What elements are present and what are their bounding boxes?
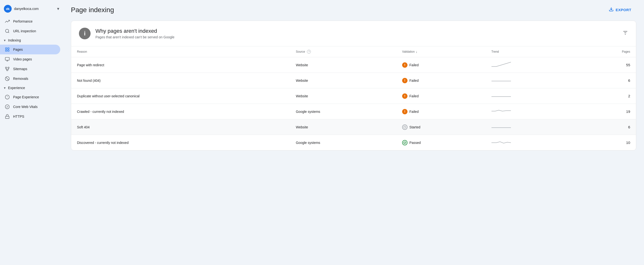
svg-rect-6 xyxy=(5,57,10,60)
experience-section-header[interactable]: ▾ Experience xyxy=(0,83,63,92)
export-label: EXPORT xyxy=(616,8,631,12)
validation-label: Failed xyxy=(410,94,419,98)
sidebar-item-performance[interactable]: Performance xyxy=(0,16,60,26)
sidebar-item-removals[interactable]: Removals xyxy=(0,74,60,83)
pages-count: 10 xyxy=(577,135,636,150)
svg-line-17 xyxy=(6,77,9,80)
table-row[interactable]: Page with redirect Website ! Failed 55 xyxy=(71,57,636,73)
card-header-text: Why pages aren't indexed Pages that aren… xyxy=(96,28,174,39)
validation-column-header: Validation ↓ xyxy=(396,46,486,57)
page-experience-icon xyxy=(5,95,10,99)
card-header: i Why pages aren't indexed Pages that ar… xyxy=(71,21,636,46)
sort-icon: ↓ xyxy=(416,50,418,54)
table-row[interactable]: Crawled - currently not indexed Google s… xyxy=(71,104,636,119)
trending-up-icon xyxy=(5,19,10,24)
trend-cell xyxy=(486,73,577,88)
search-icon xyxy=(5,29,10,33)
page-title: Page indexing xyxy=(71,6,114,14)
trend-cell xyxy=(486,135,577,150)
sidebar-item-label: Video pages xyxy=(13,57,32,61)
main-content: Page indexing EXPORT i Why pages aren't … xyxy=(63,0,644,265)
chevron-down-icon: ▾ xyxy=(4,86,6,90)
removals-icon xyxy=(5,76,10,81)
site-name: danyelkoca.com xyxy=(14,7,55,11)
validation-cell: Started xyxy=(396,119,486,135)
validation-cell: Passed xyxy=(396,135,486,150)
sidebar-item-label: HTTPS xyxy=(13,115,24,118)
page-header: Page indexing EXPORT xyxy=(71,5,636,15)
source-cell: Website xyxy=(290,57,396,73)
source-cell: Google systems xyxy=(290,104,396,119)
table-row[interactable]: Soft 404 Website Started 6 xyxy=(71,119,636,135)
export-button[interactable]: EXPORT xyxy=(604,5,636,15)
filter-icon[interactable] xyxy=(622,30,628,37)
sidebar: dk danyelkoca.com ▾ Performance URL insp… xyxy=(0,0,63,265)
sidebar-item-label: Core Web Vitals xyxy=(13,105,38,109)
pages-icon xyxy=(5,47,10,52)
sidebar-item-label: Page Experience xyxy=(13,95,39,99)
validation-cell: ! Failed xyxy=(396,88,486,104)
download-icon xyxy=(609,7,614,13)
source-help-icon[interactable]: ? xyxy=(307,50,311,54)
core-web-vitals-icon xyxy=(5,104,10,109)
card-subheading: Pages that aren't indexed can't be serve… xyxy=(96,35,174,39)
validation-label: Failed xyxy=(410,79,419,82)
reason-cell: Crawled - currently not indexed xyxy=(71,104,290,119)
sidebar-item-label: Performance xyxy=(13,19,32,23)
table-row[interactable]: Duplicate without user-selected canonica… xyxy=(71,88,636,104)
sitemaps-icon xyxy=(5,66,10,71)
table-row[interactable]: Not found (404) Website ! Failed 6 xyxy=(71,73,636,88)
source-cell: Website xyxy=(290,119,396,135)
validation-label: Failed xyxy=(410,110,419,114)
source-cell: Website xyxy=(290,73,396,88)
sidebar-item-sitemaps[interactable]: Sitemaps xyxy=(0,64,60,74)
video-pages-icon xyxy=(5,57,10,62)
svg-line-1 xyxy=(8,32,9,33)
sidebar-item-label: Sitemaps xyxy=(13,67,27,71)
card-heading: Why pages aren't indexed xyxy=(96,28,174,34)
source-cell: Website xyxy=(290,88,396,104)
validation-label: Passed xyxy=(410,141,421,145)
reason-cell: Not found (404) xyxy=(71,73,290,88)
sidebar-item-https[interactable]: HTTPS xyxy=(0,112,60,121)
svg-rect-21 xyxy=(6,116,9,118)
sidebar-item-page-experience[interactable]: Page Experience xyxy=(0,92,60,102)
pages-count: 19 xyxy=(577,104,636,119)
failed-icon: ! xyxy=(402,78,408,83)
sidebar-item-label: Removals xyxy=(13,77,28,81)
validation-label: Started xyxy=(410,125,420,129)
pages-count: 55 xyxy=(577,57,636,73)
svg-rect-5 xyxy=(8,50,9,51)
sidebar-item-video-pages[interactable]: Video pages xyxy=(0,54,60,64)
sidebar-item-url-inspection[interactable]: URL inspection xyxy=(0,26,60,36)
svg-rect-9 xyxy=(6,67,7,68)
validation-label: Failed xyxy=(410,63,419,67)
trend-cell xyxy=(486,104,577,119)
chevron-down-icon: ▾ xyxy=(57,6,59,11)
indexing-section-header[interactable]: ▾ Indexing xyxy=(0,36,63,45)
experience-section-label: Experience xyxy=(8,86,25,90)
pages-column-header: Pages xyxy=(577,46,636,57)
table-row[interactable]: Discovered - currently not indexed Googl… xyxy=(71,135,636,150)
svg-rect-10 xyxy=(8,67,9,68)
source-cell: Google systems xyxy=(290,135,396,150)
reason-cell: Soft 404 xyxy=(71,119,290,135)
avatar: dk xyxy=(4,5,12,13)
passed-icon xyxy=(402,140,408,145)
reason-cell: Page with redirect xyxy=(71,57,290,73)
svg-rect-2 xyxy=(6,48,7,49)
validation-cell: ! Failed xyxy=(396,104,486,119)
trend-cell xyxy=(486,57,577,73)
failed-icon: ! xyxy=(402,109,408,114)
https-icon xyxy=(5,114,10,119)
sidebar-item-core-web-vitals[interactable]: Core Web Vitals xyxy=(0,102,60,112)
pages-count: 2 xyxy=(577,88,636,104)
site-selector[interactable]: dk danyelkoca.com ▾ xyxy=(0,3,63,16)
validation-cell: ! Failed xyxy=(396,57,486,73)
svg-rect-4 xyxy=(6,50,7,51)
sidebar-item-label: Pages xyxy=(13,47,23,51)
sidebar-item-pages[interactable]: Pages xyxy=(0,45,60,54)
card-header-left: i Why pages aren't indexed Pages that ar… xyxy=(79,28,174,39)
trend-cell xyxy=(486,88,577,104)
sidebar-item-label: URL inspection xyxy=(13,29,36,33)
